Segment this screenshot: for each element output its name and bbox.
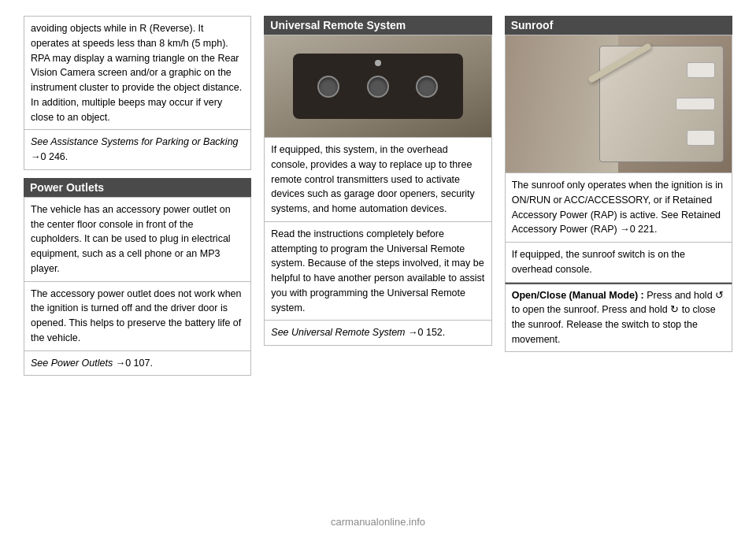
universal-remote-header: Universal Remote System: [264, 16, 491, 35]
sunroof-openclose-block: Open/Close (Manual Mode) : Press and hol…: [505, 283, 732, 352]
sunroof-text1: The sunroof only operates when the ignit…: [512, 178, 725, 237]
power-outlets-block1: The vehicle has an accessory power outle…: [24, 197, 251, 282]
remote-indicator: [375, 60, 381, 66]
power-outlets-ref-suffix: →0 107.: [113, 358, 153, 369]
remote-block1: If equipped, this system, in the overhea…: [264, 137, 491, 222]
power-outlets-ref-link: See Power Outlets: [31, 358, 113, 369]
watermark: carmanualonline.info: [331, 516, 425, 528]
sunroof-text2: If equipped, the sunroof switch is on th…: [512, 247, 725, 277]
remote-button-1: [317, 76, 339, 98]
power-outlets-header: Power Outlets: [24, 178, 251, 197]
page-container: avoiding objects while in R (Reverse). I…: [0, 0, 756, 504]
remote-block2: Read the instructions completely before …: [264, 222, 491, 321]
sunroof-openclose-label: Open/Close (Manual Mode) :: [512, 290, 644, 301]
remote-ref-block: See Universal Remote System →0 152.: [264, 321, 491, 346]
col1-ref-link: See Assistance Systems for Parking or Ba…: [31, 136, 239, 147]
sunroof-btn-3: [687, 130, 715, 146]
column-3: Sunroof The sunroof only operates when t…: [498, 16, 732, 488]
col1-ref-block: See Assistance Systems for Parking or Ba…: [24, 130, 251, 170]
power-outlets-text2: The accessory power outlet does not work…: [31, 287, 244, 346]
sunroof-btn-1: [687, 62, 715, 78]
power-outlets-text1: The vehicle has an accessory power outle…: [31, 202, 244, 276]
sunroof-image: [505, 35, 732, 172]
sunroof-block2: If equipped, the sunroof switch is on th…: [505, 243, 732, 283]
col1-intro-block: avoiding objects while in R (Reverse). I…: [24, 16, 251, 130]
col1-ref-suffix: →0 246.: [31, 151, 68, 162]
remote-ref: See Universal Remote System →0 152.: [271, 325, 484, 340]
sunroof-header: Sunroof: [505, 16, 732, 35]
power-outlets-ref-block: See Power Outlets →0 107.: [24, 351, 251, 376]
remote-button-3: [416, 76, 438, 98]
col1-intro-text: avoiding objects while in R (Reverse). I…: [31, 21, 244, 124]
col1-ref-text: See Assistance Systems for Parking or Ba…: [31, 135, 244, 165]
remote-button-2: [367, 76, 389, 98]
remote-text2: Read the instructions completely before …: [271, 227, 484, 316]
sunroof-openclose-text: Open/Close (Manual Mode) : Press and hol…: [512, 288, 725, 347]
column-2: Universal Remote System If equipped, thi…: [258, 16, 498, 488]
remote-panel: [293, 54, 462, 120]
remote-text1: If equipped, this system, in the overhea…: [271, 143, 484, 217]
sunroof-btn-2: [676, 98, 715, 110]
sunroof-block1: The sunroof only operates when the ignit…: [505, 172, 732, 243]
remote-image: [264, 35, 491, 137]
power-outlets-block2: The accessory power outlet does not work…: [24, 282, 251, 351]
column-1: avoiding objects while in R (Reverse). I…: [24, 16, 258, 488]
remote-ref-link: See Universal Remote System: [271, 327, 405, 338]
remote-ref-suffix: →0 152.: [406, 327, 446, 338]
power-outlets-ref: See Power Outlets →0 107.: [31, 356, 244, 371]
